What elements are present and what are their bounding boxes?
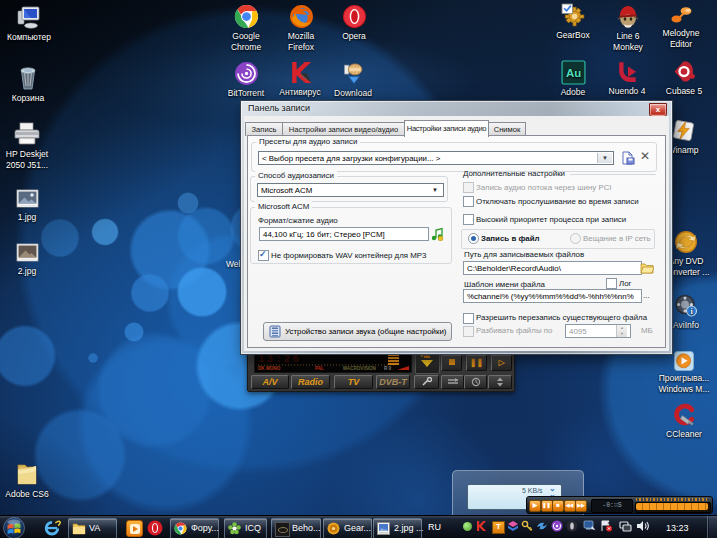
svg-text:Au: Au bbox=[565, 67, 580, 79]
